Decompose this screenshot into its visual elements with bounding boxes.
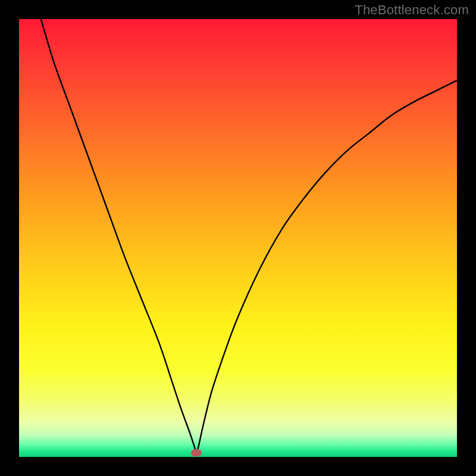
plot-area	[19, 19, 457, 457]
watermark-text: TheBottleneck.com	[355, 2, 469, 18]
chart-frame: TheBottleneck.com	[0, 0, 476, 476]
minimum-marker	[191, 449, 202, 456]
bottleneck-curve	[19, 19, 457, 457]
